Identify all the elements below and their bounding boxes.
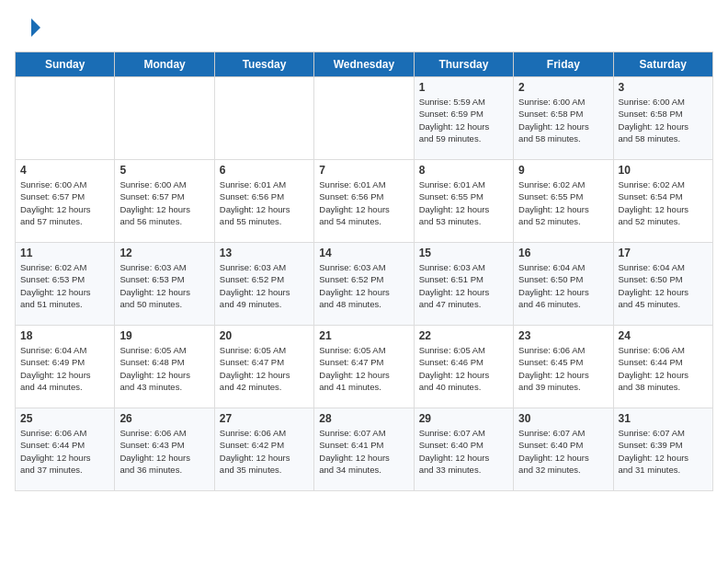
- calendar-cell: [115, 77, 214, 160]
- calendar-cell: 1Sunrise: 5:59 AM Sunset: 6:59 PM Daylig…: [414, 77, 513, 160]
- day-info: Sunrise: 6:03 AM Sunset: 6:53 PM Dayligh…: [119, 261, 209, 310]
- day-number: 25: [20, 412, 109, 425]
- calendar-cell: 15Sunrise: 6:03 AM Sunset: 6:51 PM Dayli…: [414, 243, 513, 326]
- calendar-cell: 22Sunrise: 6:05 AM Sunset: 6:46 PM Dayli…: [414, 326, 513, 408]
- day-info: Sunrise: 6:07 AM Sunset: 6:41 PM Dayligh…: [319, 427, 408, 476]
- day-info: Sunrise: 6:03 AM Sunset: 6:51 PM Dayligh…: [419, 261, 508, 310]
- day-info: Sunrise: 6:05 AM Sunset: 6:47 PM Dayligh…: [319, 344, 408, 393]
- calendar-cell: [16, 77, 115, 160]
- day-number: 7: [319, 164, 408, 177]
- calendar-week-2: 4Sunrise: 6:00 AM Sunset: 6:57 PM Daylig…: [16, 160, 713, 243]
- day-number: 6: [220, 164, 309, 177]
- calendar-cell: 14Sunrise: 6:03 AM Sunset: 6:52 PM Dayli…: [314, 243, 414, 326]
- day-number: 17: [619, 247, 708, 259]
- header-cell-thursday: Thursday: [414, 52, 513, 77]
- calendar-cell: 19Sunrise: 6:05 AM Sunset: 6:48 PM Dayli…: [115, 326, 214, 408]
- calendar-cell: 11Sunrise: 6:02 AM Sunset: 6:53 PM Dayli…: [16, 243, 115, 326]
- day-info: Sunrise: 6:06 AM Sunset: 6:44 PM Dayligh…: [20, 427, 109, 476]
- calendar-cell: 12Sunrise: 6:03 AM Sunset: 6:53 PM Dayli…: [115, 243, 214, 326]
- calendar-week-3: 11Sunrise: 6:02 AM Sunset: 6:53 PM Dayli…: [16, 243, 713, 326]
- day-number: 3: [619, 81, 708, 94]
- day-info: Sunrise: 6:07 AM Sunset: 6:40 PM Dayligh…: [518, 427, 608, 476]
- day-number: 16: [518, 247, 608, 259]
- day-info: Sunrise: 6:00 AM Sunset: 6:57 PM Dayligh…: [119, 178, 209, 227]
- calendar-cell: 2Sunrise: 6:00 AM Sunset: 6:58 PM Daylig…: [514, 77, 613, 160]
- day-info: Sunrise: 6:06 AM Sunset: 6:43 PM Dayligh…: [119, 427, 209, 476]
- calendar-cell: 7Sunrise: 6:01 AM Sunset: 6:56 PM Daylig…: [314, 160, 414, 243]
- svg-marker-0: [31, 18, 40, 37]
- header-cell-wednesday: Wednesday: [314, 52, 414, 77]
- day-info: Sunrise: 6:01 AM Sunset: 6:56 PM Dayligh…: [220, 178, 309, 227]
- day-info: Sunrise: 6:00 AM Sunset: 6:58 PM Dayligh…: [518, 96, 608, 144]
- day-info: Sunrise: 6:01 AM Sunset: 6:56 PM Dayligh…: [319, 178, 408, 227]
- day-info: Sunrise: 6:01 AM Sunset: 6:55 PM Dayligh…: [419, 178, 508, 227]
- day-number: 9: [518, 164, 608, 177]
- calendar-week-1: 1Sunrise: 5:59 AM Sunset: 6:59 PM Daylig…: [16, 77, 713, 160]
- header-cell-sunday: Sunday: [16, 52, 115, 77]
- calendar-cell: 13Sunrise: 6:03 AM Sunset: 6:52 PM Dayli…: [214, 243, 313, 326]
- calendar-cell: 10Sunrise: 6:02 AM Sunset: 6:54 PM Dayli…: [613, 160, 712, 243]
- day-info: Sunrise: 6:06 AM Sunset: 6:42 PM Dayligh…: [220, 427, 309, 476]
- calendar-cell: 26Sunrise: 6:06 AM Sunset: 6:43 PM Dayli…: [115, 408, 214, 491]
- calendar-cell: 9Sunrise: 6:02 AM Sunset: 6:55 PM Daylig…: [514, 160, 613, 243]
- calendar-table: SundayMondayTuesdayWednesdayThursdayFrid…: [15, 52, 713, 491]
- logo: [15, 15, 44, 40]
- day-info: Sunrise: 6:02 AM Sunset: 6:53 PM Dayligh…: [20, 261, 109, 310]
- day-info: Sunrise: 6:07 AM Sunset: 6:39 PM Dayligh…: [619, 427, 708, 476]
- day-info: Sunrise: 6:02 AM Sunset: 6:54 PM Dayligh…: [619, 178, 708, 227]
- calendar-cell: 8Sunrise: 6:01 AM Sunset: 6:55 PM Daylig…: [414, 160, 513, 243]
- page-header: [15, 15, 713, 40]
- day-info: Sunrise: 6:02 AM Sunset: 6:55 PM Dayligh…: [518, 178, 608, 227]
- day-number: 2: [518, 81, 608, 94]
- day-number: 1: [419, 81, 508, 94]
- day-number: 14: [319, 247, 408, 259]
- header-cell-friday: Friday: [514, 52, 613, 77]
- day-info: Sunrise: 6:06 AM Sunset: 6:45 PM Dayligh…: [518, 344, 608, 393]
- calendar-cell: 18Sunrise: 6:04 AM Sunset: 6:49 PM Dayli…: [16, 326, 115, 408]
- calendar-cell: 3Sunrise: 6:00 AM Sunset: 6:58 PM Daylig…: [613, 77, 712, 160]
- day-info: Sunrise: 6:00 AM Sunset: 6:57 PM Dayligh…: [20, 178, 109, 227]
- day-info: Sunrise: 6:04 AM Sunset: 6:50 PM Dayligh…: [518, 261, 608, 310]
- calendar-cell: 5Sunrise: 6:00 AM Sunset: 6:57 PM Daylig…: [115, 160, 214, 243]
- day-number: 8: [419, 164, 508, 177]
- calendar-cell: 25Sunrise: 6:06 AM Sunset: 6:44 PM Dayli…: [16, 408, 115, 491]
- day-number: 10: [619, 164, 708, 177]
- day-number: 20: [220, 329, 309, 342]
- calendar-cell: 20Sunrise: 6:05 AM Sunset: 6:47 PM Dayli…: [214, 326, 313, 408]
- day-info: Sunrise: 6:03 AM Sunset: 6:52 PM Dayligh…: [319, 261, 408, 310]
- calendar-cell: 29Sunrise: 6:07 AM Sunset: 6:40 PM Dayli…: [414, 408, 513, 491]
- calendar-cell: 23Sunrise: 6:06 AM Sunset: 6:45 PM Dayli…: [514, 326, 613, 408]
- day-number: 24: [619, 329, 708, 342]
- logo-icon: [15, 15, 40, 40]
- calendar-cell: 6Sunrise: 6:01 AM Sunset: 6:56 PM Daylig…: [214, 160, 313, 243]
- calendar-cell: 4Sunrise: 6:00 AM Sunset: 6:57 PM Daylig…: [16, 160, 115, 243]
- day-number: 18: [20, 329, 109, 342]
- day-number: 21: [319, 329, 408, 342]
- day-number: 31: [619, 412, 708, 425]
- day-info: Sunrise: 6:07 AM Sunset: 6:40 PM Dayligh…: [419, 427, 508, 476]
- day-number: 5: [119, 164, 209, 177]
- day-info: Sunrise: 6:05 AM Sunset: 6:48 PM Dayligh…: [119, 344, 209, 393]
- day-info: Sunrise: 6:06 AM Sunset: 6:44 PM Dayligh…: [619, 344, 708, 393]
- day-info: Sunrise: 6:03 AM Sunset: 6:52 PM Dayligh…: [220, 261, 309, 310]
- calendar-cell: 21Sunrise: 6:05 AM Sunset: 6:47 PM Dayli…: [314, 326, 414, 408]
- calendar-cell: 16Sunrise: 6:04 AM Sunset: 6:50 PM Dayli…: [514, 243, 613, 326]
- day-info: Sunrise: 6:04 AM Sunset: 6:49 PM Dayligh…: [20, 344, 109, 393]
- day-number: 27: [220, 412, 309, 425]
- day-info: Sunrise: 6:00 AM Sunset: 6:58 PM Dayligh…: [619, 96, 708, 144]
- day-number: 30: [518, 412, 608, 425]
- day-number: 11: [20, 247, 109, 259]
- day-number: 12: [119, 247, 209, 259]
- calendar-header: SundayMondayTuesdayWednesdayThursdayFrid…: [16, 52, 713, 77]
- day-number: 29: [419, 412, 508, 425]
- calendar-cell: [214, 77, 313, 160]
- calendar-cell: 31Sunrise: 6:07 AM Sunset: 6:39 PM Dayli…: [613, 408, 712, 491]
- day-info: Sunrise: 6:05 AM Sunset: 6:46 PM Dayligh…: [419, 344, 508, 393]
- day-number: 22: [419, 329, 508, 342]
- calendar-cell: 17Sunrise: 6:04 AM Sunset: 6:50 PM Dayli…: [613, 243, 712, 326]
- header-cell-tuesday: Tuesday: [214, 52, 313, 77]
- calendar-cell: 30Sunrise: 6:07 AM Sunset: 6:40 PM Dayli…: [514, 408, 613, 491]
- calendar-cell: 24Sunrise: 6:06 AM Sunset: 6:44 PM Dayli…: [613, 326, 712, 408]
- calendar-cell: 27Sunrise: 6:06 AM Sunset: 6:42 PM Dayli…: [214, 408, 313, 491]
- day-info: Sunrise: 5:59 AM Sunset: 6:59 PM Dayligh…: [419, 96, 508, 144]
